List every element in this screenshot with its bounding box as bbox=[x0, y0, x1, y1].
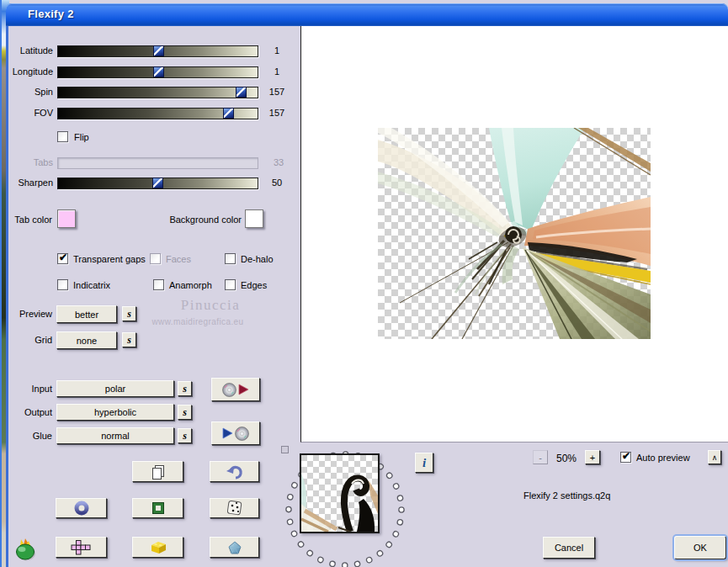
copy-settings-button[interactable] bbox=[132, 461, 183, 482]
crystal-icon bbox=[226, 540, 243, 555]
tab-color-label: Tab color bbox=[0, 215, 52, 225]
input-s-label: s bbox=[183, 383, 187, 395]
save-settings-button[interactable] bbox=[211, 421, 260, 445]
auto-preview-checkbox[interactable]: ✔ bbox=[620, 452, 631, 463]
unfold-cube-button[interactable] bbox=[56, 537, 107, 558]
tabs-slider bbox=[57, 157, 258, 169]
cd-icon bbox=[235, 427, 249, 441]
thumbnail-image bbox=[301, 455, 378, 532]
input-dropdown[interactable]: polar bbox=[56, 380, 174, 397]
transparent-gaps-label: Transparent gaps bbox=[73, 254, 146, 264]
cd-icon bbox=[222, 383, 236, 397]
latitude-slider[interactable] bbox=[57, 45, 258, 57]
ok-button[interactable]: OK bbox=[674, 536, 726, 559]
edges-checkbox[interactable] bbox=[225, 279, 236, 290]
frame-mode-button[interactable] bbox=[132, 498, 183, 518]
glue-dropdown-label: Glue bbox=[0, 431, 52, 441]
transparent-gaps-checkmark: ✔ bbox=[59, 252, 67, 263]
grid-dropdown-value: none bbox=[77, 336, 97, 346]
panel-expander-button[interactable]: ∧ bbox=[708, 450, 721, 464]
indicatrix-label: Indicatrix bbox=[73, 280, 110, 290]
watermark-url: www.maidiregrafica.eu bbox=[135, 317, 261, 326]
anamorph-checkbox[interactable] bbox=[153, 279, 164, 290]
info-button[interactable]: i bbox=[415, 453, 433, 473]
torus-mode-button[interactable] bbox=[56, 498, 107, 518]
flip-label: Flip bbox=[74, 132, 89, 142]
background-color-swatch[interactable] bbox=[245, 209, 263, 228]
dehalo-checkbox[interactable] bbox=[225, 253, 236, 264]
flip-checkbox[interactable] bbox=[57, 131, 68, 142]
glue-dropdown[interactable]: normal bbox=[56, 427, 174, 444]
cancel-button-label: Cancel bbox=[555, 543, 583, 553]
panel-resize-handle[interactable] bbox=[281, 446, 289, 453]
output-s-button[interactable]: s bbox=[178, 405, 192, 420]
zoom-out-button[interactable]: - bbox=[533, 450, 548, 464]
pages-icon bbox=[150, 464, 167, 480]
glue-s-label: s bbox=[183, 430, 187, 442]
background-color-label: Background color bbox=[126, 215, 242, 225]
undo-arrow-icon bbox=[226, 464, 244, 480]
output-dropdown[interactable]: hyperbolic bbox=[56, 404, 174, 421]
plus-icon: + bbox=[590, 453, 595, 463]
randomize-button[interactable] bbox=[210, 498, 259, 518]
minus-icon: - bbox=[539, 453, 542, 463]
output-s-label: s bbox=[183, 406, 187, 419]
zoom-in-button[interactable]: + bbox=[585, 450, 600, 464]
torus-icon bbox=[73, 501, 90, 516]
fov-slider[interactable] bbox=[57, 108, 258, 119]
title-bar[interactable]: Flexify 2 bbox=[6, 3, 728, 26]
ok-button-label: OK bbox=[693, 543, 707, 553]
output-dropdown-label: Output bbox=[0, 407, 52, 417]
save-arrow-icon bbox=[222, 427, 233, 439]
preview-dropdown[interactable]: better bbox=[56, 305, 117, 323]
square-frame-icon bbox=[151, 501, 166, 516]
cancel-button[interactable]: Cancel bbox=[543, 537, 595, 559]
undo-button[interactable] bbox=[210, 461, 259, 482]
flaming-pear-logo-icon[interactable] bbox=[13, 538, 39, 562]
watermark-name: Pinuccia bbox=[160, 297, 261, 314]
glue-s-button[interactable]: s bbox=[178, 428, 192, 443]
tab-color-swatch[interactable] bbox=[57, 209, 76, 228]
auto-preview-checkmark: ✔ bbox=[622, 450, 630, 462]
latitude-value: 1 bbox=[266, 45, 288, 56]
longitude-label: Longitude bbox=[0, 66, 53, 77]
fov-slider-thumb[interactable] bbox=[223, 108, 234, 119]
sharpen-slider-thumb[interactable] bbox=[152, 178, 163, 188]
chevron-up-icon: ∧ bbox=[712, 453, 718, 462]
latitude-label: Latitude bbox=[0, 45, 53, 56]
longitude-slider-thumb[interactable] bbox=[153, 66, 164, 77]
longitude-slider[interactable] bbox=[57, 66, 258, 78]
window-title: Flexify 2 bbox=[28, 8, 74, 20]
cube-net-icon bbox=[71, 539, 93, 556]
lego-mode-button[interactable] bbox=[132, 537, 183, 558]
grid-s-label: s bbox=[127, 334, 131, 347]
edges-label: Edges bbox=[241, 280, 267, 290]
fov-label: FOV bbox=[0, 108, 53, 118]
polyhedron-mode-button[interactable] bbox=[210, 537, 259, 558]
tabs-label: Tabs bbox=[0, 157, 53, 167]
sharpen-slider[interactable] bbox=[57, 178, 258, 189]
spin-slider-thumb[interactable] bbox=[236, 87, 247, 98]
output-dropdown-value: hyperbolic bbox=[94, 407, 136, 417]
preview-dropdown-value: better bbox=[75, 310, 98, 320]
preview-image bbox=[378, 128, 651, 339]
input-dropdown-value: polar bbox=[105, 384, 125, 394]
sharpen-value: 50 bbox=[266, 178, 288, 188]
zoom-level: 50% bbox=[550, 453, 583, 464]
screen: Flexify 2 bbox=[0, 0, 728, 567]
preview-s-label: s bbox=[127, 308, 131, 321]
latitude-slider-thumb[interactable] bbox=[153, 45, 164, 56]
preview-dropdown-label: Preview bbox=[0, 309, 52, 319]
grid-dropdown[interactable]: none bbox=[56, 331, 117, 349]
preview-s-button[interactable]: s bbox=[122, 306, 136, 321]
input-s-button[interactable]: s bbox=[178, 381, 192, 396]
navigator-thumbnail[interactable] bbox=[300, 453, 380, 533]
load-settings-button[interactable] bbox=[211, 378, 260, 401]
spin-slider[interactable] bbox=[57, 87, 258, 98]
indicatrix-checkbox[interactable] bbox=[57, 279, 68, 290]
transparent-gaps-checkbox[interactable]: ✔ bbox=[57, 253, 68, 264]
grid-s-button[interactable]: s bbox=[122, 332, 136, 347]
settings-filename: Flexify 2 settings.q2q bbox=[523, 490, 610, 501]
spin-label: Spin bbox=[0, 87, 53, 97]
info-icon: i bbox=[422, 456, 426, 470]
